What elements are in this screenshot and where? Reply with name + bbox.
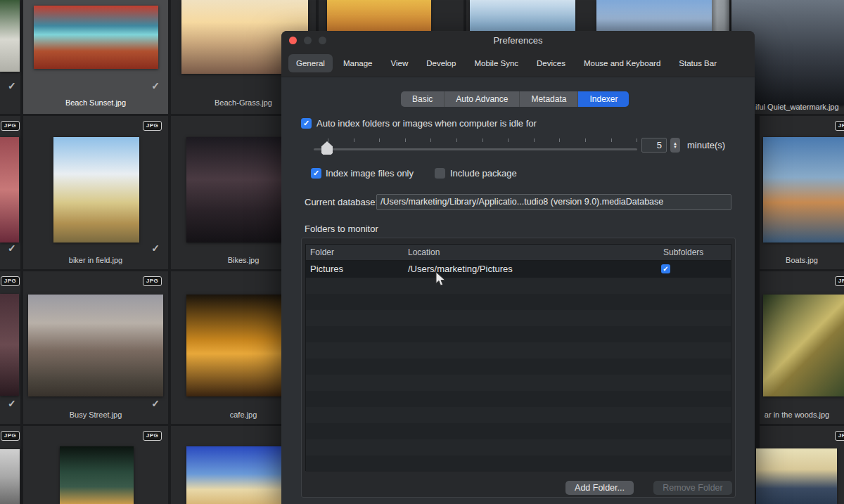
jpg-format-badge: JPG (835, 431, 844, 441)
tab-mouse-keyboard[interactable]: Mouse and Keyboard (576, 54, 668, 72)
thumbnail-cell-partial[interactable]: ✓ (0, 0, 20, 114)
jpg-format-badge: JPG (835, 121, 844, 131)
empty-table-row[interactable] (306, 391, 731, 407)
empty-table-row[interactable] (306, 423, 731, 439)
selected-check-icon[interactable]: ✓ (151, 398, 160, 409)
jpg-format-badge: JPG (1, 431, 20, 441)
index-image-files-only-checkbox[interactable]: ✓ (311, 168, 321, 179)
mouse-cursor (435, 271, 447, 291)
filename-label: iful Quiet_watermark.jpg (755, 103, 844, 111)
tab-manage[interactable]: Manage (335, 54, 381, 72)
thumbnail-cell-woods[interactable]: JPG ar in the woods.jpg (760, 271, 844, 424)
folders-table-header: Folder Location Subfolders (306, 245, 731, 261)
jpg-format-badge: JPG (1, 121, 20, 131)
tab-status-bar[interactable]: Status Bar (671, 54, 724, 72)
selected-check-icon[interactable]: ✓ (8, 398, 16, 409)
stepper-down-icon[interactable]: ▼ (673, 146, 677, 149)
auto-index-checkbox[interactable]: ✓ (301, 118, 312, 129)
thumbnail-cell-partial[interactable]: JPG (0, 426, 20, 504)
current-database-label: Current database: (305, 197, 378, 207)
filename-label: ar in the woods.jpg (750, 411, 844, 419)
thumbnail-image[interactable] (0, 0, 20, 72)
thumbnail-cell-partial[interactable]: JPG ✓ (0, 116, 20, 269)
thumbnail-cell-city-night[interactable]: JPG (23, 426, 168, 504)
thumbnail-image[interactable] (34, 6, 158, 69)
jpg-format-badge: JPG (1, 276, 20, 286)
thumbnail-image[interactable] (60, 446, 134, 504)
tab-general[interactable]: General (288, 54, 333, 72)
jpg-format-badge: JPG (835, 276, 844, 286)
empty-table-row[interactable] (306, 455, 731, 472)
dialog-tabbar: General Manage View Develop Mobile Sync … (281, 49, 755, 77)
folders-table[interactable]: Folder Location Subfolders Pictures /Use… (305, 244, 731, 471)
thumbnail-image[interactable] (0, 137, 19, 243)
preferences-dialog: Preferences General Manage View Develop … (281, 31, 755, 504)
slider-thumb[interactable] (321, 141, 333, 155)
minutes-label: minute(s) (687, 140, 725, 150)
add-folder-button[interactable]: Add Folder... (565, 481, 634, 495)
thumbnail-cell-boats[interactable]: JPG Boats.jpg (760, 116, 844, 269)
tab-devices[interactable]: Devices (529, 54, 573, 72)
subtab-metadata[interactable]: Metadata (520, 91, 578, 107)
folders-groupbox: Folder Location Subfolders Pictures /Use… (301, 238, 736, 498)
idle-minutes-slider[interactable] (314, 148, 637, 150)
filename-label: Beach Sunset.jpg (23, 98, 168, 107)
selected-check-icon[interactable]: ✓ (151, 80, 160, 91)
thumbnail-image[interactable] (0, 449, 20, 504)
dialog-title: Preferences (281, 31, 755, 49)
jpg-format-badge: JPG (143, 431, 162, 441)
current-database-field[interactable]: /Users/marketing/Library/Applicatio...tu… (376, 194, 731, 210)
thumbnail-image[interactable] (763, 137, 844, 243)
selected-check-icon[interactable]: ✓ (151, 243, 160, 254)
include-package-checkbox[interactable] (435, 168, 445, 179)
idle-minutes-field[interactable]: 5 (641, 138, 667, 153)
thumbnail-cell-dusk[interactable]: JPG (760, 426, 844, 504)
thumbnail-image[interactable] (28, 295, 163, 396)
column-location: Location (408, 247, 440, 257)
empty-table-row[interactable] (306, 342, 731, 358)
tab-mobile-sync[interactable]: Mobile Sync (466, 54, 526, 72)
empty-table-row[interactable] (306, 375, 731, 391)
empty-table-row[interactable] (306, 294, 731, 310)
table-row-pictures[interactable]: Pictures /Users/marketing/Pictures ✓ (306, 261, 731, 278)
general-subtabs: Basic Auto Advance Metadata Indexer (401, 91, 629, 107)
filename-label: Boats.jpg (760, 256, 844, 264)
include-package-label: Include package (450, 168, 517, 179)
idle-minutes-stepper[interactable]: ▲ ▼ (670, 138, 680, 153)
selected-check-icon[interactable]: ✓ (8, 80, 16, 91)
column-folder: Folder (310, 247, 334, 257)
thumbnail-cell-beach-sunset[interactable]: ✓ Beach Sunset.jpg (23, 0, 168, 114)
thumbnail-image[interactable] (756, 448, 837, 504)
background-scrollbar[interactable] (712, 0, 729, 31)
subtab-basic[interactable]: Basic (401, 91, 445, 107)
subfolders-checkbox[interactable]: ✓ (661, 264, 670, 273)
filename-label: biker in field.jpg (23, 256, 168, 264)
thumbnail-image[interactable] (53, 137, 139, 243)
jpg-format-badge: JPG (143, 121, 162, 131)
column-subfolders: Subfolders (663, 247, 703, 257)
empty-table-row[interactable] (306, 278, 731, 294)
slider-ticks (328, 138, 637, 142)
auto-index-label: Auto index folders or images when comput… (316, 118, 537, 129)
tab-view[interactable]: View (383, 54, 416, 72)
thumbnail-cell-busy-street[interactable]: JPG ✓ Busy Street.jpg (23, 271, 168, 424)
remove-folder-button[interactable]: Remove Folder (653, 481, 732, 495)
jpg-format-badge: JPG (143, 276, 162, 286)
selected-check-icon[interactable]: ✓ (8, 243, 16, 254)
folder-cell: Pictures (310, 264, 343, 274)
tab-develop[interactable]: Develop (418, 54, 463, 72)
empty-table-row[interactable] (306, 439, 731, 455)
empty-table-row[interactable] (306, 407, 731, 423)
dialog-titlebar[interactable]: Preferences (281, 31, 755, 49)
subtab-auto-advance[interactable]: Auto Advance (445, 91, 520, 107)
empty-table-row[interactable] (306, 310, 731, 326)
thumbnail-image[interactable] (0, 294, 19, 396)
folders-to-monitor-label: Folders to monitor (305, 224, 378, 234)
thumbnail-cell-biker[interactable]: JPG ✓ biker in field.jpg (23, 116, 168, 269)
index-image-files-only-label: Index image files only (326, 168, 414, 179)
subtab-indexer[interactable]: Indexer (578, 91, 629, 107)
thumbnail-image[interactable] (763, 295, 844, 396)
empty-table-row[interactable] (306, 358, 731, 375)
empty-table-row[interactable] (306, 326, 731, 342)
thumbnail-cell-partial[interactable]: JPG ✓ (0, 271, 20, 424)
